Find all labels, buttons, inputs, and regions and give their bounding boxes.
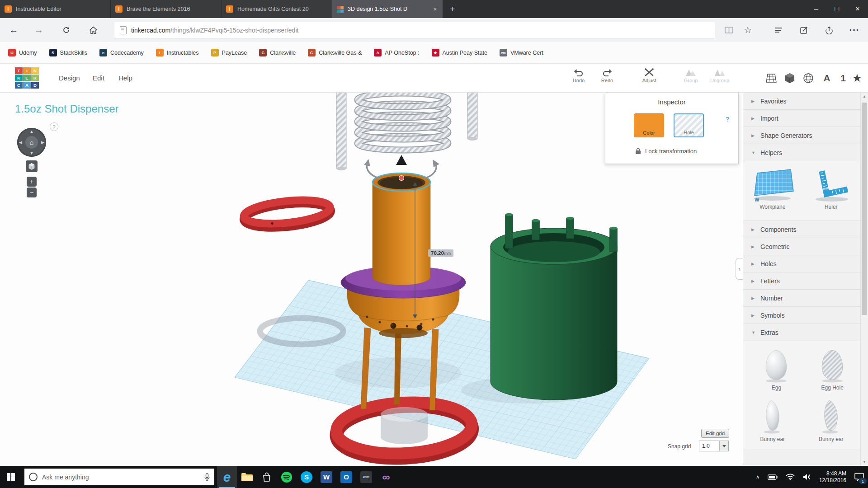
color-swatch-button[interactable]: Color (634, 113, 664, 137)
sidebar-item-extras[interactable]: ▼ Extras (743, 324, 860, 341)
address-bar[interactable]: tinkercad.com /things/klwZF4Pvqi5-15oz-s… (114, 22, 715, 38)
mesh-sphere-button[interactable] (800, 70, 816, 86)
vertical-scrollbar[interactable]: ▲ ▼ (860, 93, 868, 466)
favorite-paylease[interactable]: P PayLease (211, 49, 247, 56)
group-button[interactable]: Group (678, 68, 704, 83)
tab-close-icon[interactable]: × (432, 6, 438, 13)
favorites-shortcut-button[interactable]: ★ (849, 70, 865, 86)
rotate-right-icon[interactable]: ▶ (41, 140, 44, 145)
hub-button[interactable] (769, 18, 788, 42)
sidebar-item-favorites[interactable]: ▶ Favorites (743, 93, 860, 110)
start-button[interactable] (0, 466, 22, 488)
help-badge[interactable]: ? (50, 122, 58, 131)
dropdown-button[interactable] (719, 441, 728, 451)
favorite-clarksville-gas[interactable]: G Clarksville Gas & (308, 49, 362, 56)
add-favorite-button[interactable]: ☆ (738, 18, 758, 42)
sidebar-item-import[interactable]: ▶ Import (743, 110, 860, 127)
favorite-stackskills[interactable]: S StackSkills (49, 49, 87, 56)
thumb-bunny-ear-hole[interactable]: Bunny ear (806, 397, 856, 442)
menu-edit[interactable]: Edit (93, 64, 104, 92)
favorite-austin-peay[interactable]: ★ Austin Peay State (432, 49, 487, 56)
sidebar-item-holes[interactable]: ▶ Holes (743, 255, 860, 272)
rotate-up-icon[interactable]: ▲ (30, 129, 34, 134)
hole-swatch-button[interactable]: Hole (674, 113, 704, 137)
favorite-codecademy[interactable]: c Codecademy (99, 49, 144, 56)
minimize-button[interactable]: ─ (806, 0, 826, 18)
taskbar-skype[interactable]: S (297, 466, 316, 488)
scroll-up-icon[interactable]: ▲ (861, 93, 868, 100)
close-button[interactable]: × (847, 0, 868, 18)
letters-shortcut-button[interactable]: A (819, 70, 835, 86)
spring-hole[interactable] (358, 93, 448, 150)
reading-view-button[interactable] (719, 18, 739, 42)
taskbar-edge[interactable]: e (217, 466, 237, 488)
cube-view-button[interactable] (782, 70, 798, 86)
menu-help[interactable]: Help (118, 64, 132, 92)
sidebar-item-shape-generators[interactable]: ▶ Shape Generators (743, 127, 860, 144)
tray-chevron-icon[interactable]: ∧ (752, 466, 764, 488)
back-button[interactable]: ← (4, 18, 24, 42)
rotate-handle-left[interactable] (364, 159, 380, 178)
taskbar-knife-app[interactable]: knife (356, 466, 376, 488)
tab-brave-the-elements[interactable]: i Brave the Elements 2016 (111, 0, 222, 18)
favorite-ap-onestop[interactable]: A AP OneStop : (374, 49, 419, 56)
favorite-vmware[interactable]: vm VMware Cert (500, 49, 543, 56)
sidebar-item-helpers[interactable]: ▼ Helpers (743, 144, 860, 161)
zoom-out-button[interactable]: − (27, 188, 37, 197)
tab-3d-design-active[interactable]: 3D design 1.5oz Shot D × (332, 0, 443, 18)
cortana-search-box[interactable]: Ask me anything (24, 469, 214, 485)
scrollbar-thumb[interactable] (862, 103, 867, 315)
zoom-in-button[interactable]: + (27, 177, 37, 187)
forward-button[interactable]: → (29, 18, 49, 42)
3d-viewport[interactable]: 1.5oz Shot Dispenser ? ▲ ▼ ◀ ▶ ⌂ + − Ins… (0, 93, 743, 466)
tab-instructable-editor[interactable]: i Instructable Editor (0, 0, 111, 18)
microphone-icon[interactable] (204, 473, 210, 481)
ghost-cylinder[interactable] (381, 407, 428, 444)
edit-grid-button[interactable]: Edit grid (701, 429, 729, 438)
thumb-workplane[interactable]: W Workplane (747, 166, 798, 210)
taskbar-file-explorer[interactable] (237, 466, 257, 488)
action-center-button[interactable]: 1 (850, 466, 868, 488)
dimension-label[interactable]: 70.20mm (428, 249, 453, 257)
sidebar-item-symbols[interactable]: ▶ Symbols (743, 307, 860, 324)
taskbar-store[interactable] (257, 466, 277, 488)
raise-handle-cone[interactable] (396, 155, 407, 165)
maximize-button[interactable]: ☐ (826, 0, 847, 18)
menu-design[interactable]: Design (59, 64, 80, 92)
taskbar-visual-studio[interactable]: ∞ (376, 466, 396, 488)
tinkercad-logo[interactable]: T I N K E R C A D (15, 67, 39, 89)
rotate-down-icon[interactable]: ▼ (30, 151, 34, 155)
inspector-help-link[interactable]: ? (726, 116, 729, 123)
sidebar-collapse-handle[interactable]: › (736, 258, 743, 280)
design-title[interactable]: 1.5oz Shot Dispenser (15, 103, 118, 115)
tab-homemade-gifts[interactable]: i Homemade Gifts Contest 20 (222, 0, 332, 18)
ungroup-button[interactable]: Ungroup (707, 68, 733, 83)
taskbar-outlook[interactable]: O (336, 466, 356, 488)
web-note-button[interactable] (794, 18, 814, 42)
taskbar-spotify[interactable] (277, 466, 297, 488)
sidebar-item-geometric[interactable]: ▶ Geometric (743, 238, 860, 255)
favorite-clarksville[interactable]: C Clarksville (259, 49, 296, 56)
share-button[interactable] (819, 18, 839, 42)
snap-grid-dropdown[interactable]: 1.0 (699, 441, 729, 451)
thumb-egg[interactable]: Egg (751, 346, 802, 391)
lock-transformation-toggle[interactable]: Lock transformation (635, 148, 697, 155)
undo-button[interactable]: Undo (566, 68, 592, 83)
wifi-indicator[interactable] (782, 466, 799, 488)
sidebar-item-letters[interactable]: ▶ Letters (743, 272, 860, 290)
new-tab-button[interactable]: + (443, 0, 462, 18)
red-ring-left[interactable] (243, 197, 332, 231)
more-button[interactable]: ··· (844, 18, 864, 42)
thumb-ruler[interactable]: mm Ruler (806, 166, 856, 210)
orbit-control[interactable]: ▲ ▼ ◀ ▶ ⌂ (17, 128, 46, 157)
green-container[interactable] (491, 213, 618, 400)
orange-cylinder-selected[interactable] (373, 173, 430, 285)
scroll-down-icon[interactable]: ▼ (861, 458, 868, 466)
redo-button[interactable]: Redo (594, 68, 620, 83)
adjust-button[interactable]: Adjust (636, 68, 662, 83)
clock[interactable]: 8:48 AM 12/18/2016 (815, 470, 850, 484)
rod-hole-right[interactable] (467, 93, 477, 141)
volume-indicator[interactable] (799, 466, 815, 488)
sidebar-item-number[interactable]: ▶ Number (743, 290, 860, 307)
rotate-left-icon[interactable]: ◀ (19, 140, 22, 145)
